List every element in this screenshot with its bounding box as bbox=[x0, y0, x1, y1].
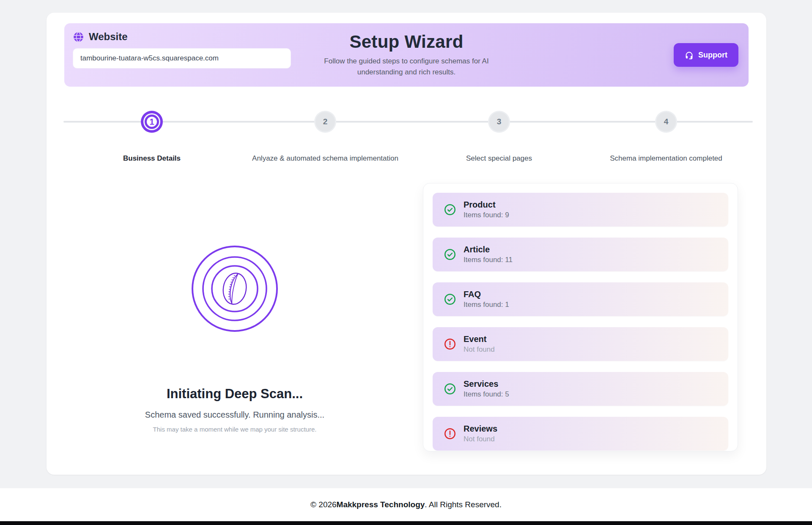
step-number: 3 bbox=[497, 117, 502, 126]
result-status: Not found bbox=[464, 435, 497, 443]
header-center: Setup Wizard Follow the guided steps to … bbox=[275, 32, 538, 77]
website-block: Website bbox=[73, 31, 291, 68]
result-card-event: Event Not found bbox=[433, 327, 728, 361]
step-label-business-details: Business Details bbox=[123, 154, 181, 163]
result-title: Event bbox=[464, 334, 495, 344]
scan-note-text: This may take a moment while we map your… bbox=[153, 426, 317, 433]
website-label: Website bbox=[89, 31, 128, 43]
step-number: 4 bbox=[664, 117, 669, 126]
alert-circle-icon bbox=[444, 427, 456, 440]
result-status: Items found: 9 bbox=[464, 211, 509, 219]
page-title: Setup Wizard bbox=[275, 32, 538, 52]
step-circle-2: 2 bbox=[315, 112, 335, 131]
step-number: 1 bbox=[149, 117, 154, 127]
result-card-article: Article Items found: 11 bbox=[433, 238, 728, 271]
step-label-analyze-schema: Anlyaze & automated schema implementatio… bbox=[252, 154, 398, 163]
scan-status-text: Schema saved successfully. Running analy… bbox=[145, 410, 324, 420]
header-panel: Website Setup Wizard Follow the guided s… bbox=[64, 23, 749, 87]
step-circle-1: 1 bbox=[145, 115, 159, 129]
check-circle-icon bbox=[444, 248, 456, 261]
result-title: Services bbox=[464, 379, 509, 389]
result-title: FAQ bbox=[464, 290, 509, 299]
setup-wizard-card: Website Setup Wizard Follow the guided s… bbox=[47, 13, 766, 475]
result-card-product: Product Items found: 9 bbox=[433, 193, 728, 227]
headset-icon bbox=[685, 51, 694, 60]
check-circle-icon bbox=[444, 383, 456, 395]
step-label-completed: Schema implementation completed bbox=[610, 154, 722, 163]
page-subtitle: Follow the guided steps to configure sch… bbox=[313, 56, 501, 77]
step-circle-3: 3 bbox=[489, 112, 509, 131]
result-title: Reviews bbox=[464, 424, 497, 434]
copyright-prefix: © 2026 bbox=[310, 500, 337, 509]
result-status: Items found: 1 bbox=[464, 301, 509, 309]
bottom-bar bbox=[0, 521, 812, 525]
website-input[interactable] bbox=[73, 48, 291, 68]
brand-name: Makkpress Technology bbox=[337, 500, 425, 509]
support-button[interactable]: Support bbox=[674, 43, 738, 67]
globe-icon bbox=[73, 31, 84, 43]
radar-globe-graphic bbox=[178, 232, 292, 346]
result-title: Article bbox=[464, 245, 513, 254]
result-status: Items found: 11 bbox=[464, 256, 513, 264]
step-number: 2 bbox=[323, 117, 328, 126]
result-status: Not found bbox=[464, 345, 495, 354]
result-card-services: Services Items found: 5 bbox=[433, 372, 728, 406]
support-button-label: Support bbox=[698, 51, 727, 60]
stepper-connector-line bbox=[63, 121, 753, 123]
step-label-special-pages: Select special pages bbox=[466, 154, 532, 163]
schema-results-panel: Product Items found: 9 Article Items fou… bbox=[423, 183, 738, 451]
check-circle-icon bbox=[444, 293, 456, 306]
result-title: Product bbox=[464, 200, 509, 210]
result-card-reviews: Reviews Not found bbox=[433, 417, 728, 451]
scan-heading: Initiating Deep Scan... bbox=[167, 386, 303, 402]
alert-circle-icon bbox=[444, 338, 456, 350]
result-card-faq: FAQ Items found: 1 bbox=[433, 282, 728, 316]
step-circle-4: 4 bbox=[656, 112, 676, 131]
footer: © 2026 Makkpress Technology. All Rights … bbox=[0, 488, 812, 521]
result-status: Items found: 5 bbox=[464, 390, 509, 399]
copyright-suffix: . All Rights Reserved. bbox=[425, 500, 502, 509]
check-circle-icon bbox=[444, 203, 456, 216]
